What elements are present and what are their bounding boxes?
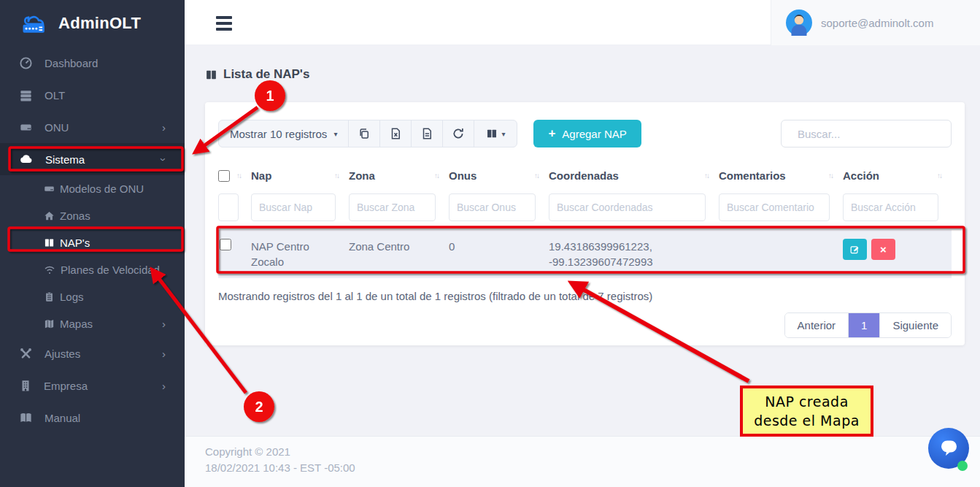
column-header-nap[interactable]: Nap — [251, 169, 271, 182]
cell-coordenadas: 19.43186399961223, -99.13239607472993 — [549, 230, 719, 278]
cloud-router-logo-icon — [19, 11, 51, 36]
sidebar-item-olt[interactable]: OLT — [0, 79, 185, 111]
pagination-next-button[interactable]: Siguiente — [880, 313, 951, 337]
select-all-checkbox[interactable] — [218, 170, 230, 182]
caret-down-icon: ▾ — [333, 130, 337, 138]
column-header-zona[interactable]: Zona — [349, 169, 375, 182]
table-tools-group: Mostrar 10 registros ▾ ▾ — [218, 120, 517, 147]
edit-row-button[interactable] — [843, 239, 867, 260]
pagination-page-1[interactable]: 1 — [848, 313, 880, 337]
sidebar-item-logs[interactable]: Logs — [0, 283, 185, 310]
sort-icon[interactable]: ↑↓ — [334, 172, 339, 180]
sidebar-item-ajustes[interactable]: Ajustes › — [0, 337, 185, 369]
pagination: Anterior 1 Siguiente — [218, 312, 952, 338]
sidebar: AdminOLT Dashboard OLT ONU › Sistema › M… — [0, 0, 185, 487]
sort-icon[interactable]: ↑↓ — [236, 172, 241, 180]
sidebar-item-label: ONU — [45, 121, 69, 134]
sidebar-item-zonas[interactable]: Zonas — [0, 202, 185, 229]
building-icon — [19, 379, 32, 392]
table-header-row: ↑↓ Nap↑↓ Zona↑↓ Onus↑↓ Coordenadas↑↓ Com… — [218, 164, 952, 189]
menu-toggle-icon[interactable] — [216, 16, 232, 34]
sidebar-item-label: Dashboard — [45, 57, 98, 69]
pagination-prev-button[interactable]: Anterior — [785, 313, 849, 337]
caret-down-icon: ▾ — [501, 130, 505, 138]
table-info: Mostrando registros del 1 al 1 de un tot… — [218, 290, 952, 302]
filter-accion-input[interactable] — [843, 193, 938, 221]
sidebar-item-naps[interactable]: NAP's — [0, 229, 185, 256]
copy-button[interactable] — [349, 120, 380, 147]
sidebar-item-label: Manual — [45, 412, 80, 424]
column-header-coordenadas[interactable]: Coordenadas — [549, 169, 619, 182]
user-email: soporte@adminolt.com — [821, 17, 933, 29]
device-icon — [44, 183, 55, 194]
sidebar-item-planes-de-velocidad[interactable]: Planes de Velocidad — [0, 256, 185, 283]
sidebar-item-sistema[interactable]: Sistema › — [0, 143, 185, 175]
home-icon — [44, 210, 55, 221]
device-icon — [19, 120, 33, 134]
refresh-button[interactable] — [443, 120, 474, 147]
topbar: soporte@adminolt.com — [185, 0, 980, 45]
export-excel-button[interactable] — [380, 120, 412, 147]
search-input[interactable] — [798, 128, 943, 140]
cell-onus: 0 — [449, 230, 549, 278]
map-icon — [44, 318, 55, 329]
sort-icon[interactable]: ↑↓ — [828, 172, 833, 180]
chevron-down-icon: › — [158, 158, 170, 161]
row-actions: × — [843, 239, 941, 260]
copy-icon — [358, 127, 371, 140]
sidebar-item-empresa[interactable]: Empresa › — [0, 369, 185, 402]
column-header-onus[interactable]: Onus — [449, 169, 477, 182]
brand-name: AdminOLT — [58, 14, 141, 33]
column-header-comentarios[interactable]: Comentarios — [719, 169, 786, 182]
sidebar-item-label: Planes de Velocidad — [61, 264, 160, 276]
tools-icon — [19, 347, 33, 361]
sidebar-item-label: Mapas — [60, 318, 93, 330]
add-nap-button[interactable]: + Agregar NAP — [533, 120, 641, 147]
copyright-text: Copyright © 2021 — [205, 444, 980, 460]
column-visibility-button[interactable]: ▾ — [474, 120, 517, 147]
avatar — [786, 9, 812, 36]
gauge-icon — [19, 56, 33, 70]
sidebar-item-label: Zonas — [60, 210, 90, 222]
naps-table-card: Mostrar 10 registros ▾ ▾ — [205, 102, 965, 345]
filter-comentario-input[interactable] — [719, 193, 830, 221]
filter-zona-input[interactable] — [349, 193, 436, 221]
export-file-button[interactable] — [412, 120, 443, 147]
show-entries-dropdown[interactable]: Mostrar 10 registros ▾ — [219, 120, 349, 147]
sidebar-item-label: NAP's — [60, 237, 90, 249]
sidebar-item-onu[interactable]: ONU › — [0, 111, 185, 143]
sidebar-item-mapas[interactable]: Mapas › — [0, 310, 185, 337]
edit-icon — [849, 244, 860, 255]
chevron-right-icon: › — [162, 121, 166, 134]
columns-icon — [205, 69, 217, 81]
sidebar-item-label: Empresa — [44, 380, 88, 392]
book-icon — [19, 411, 33, 425]
delete-icon: × — [880, 243, 887, 256]
wifi-icon — [44, 264, 55, 276]
filter-coordenadas-input[interactable] — [549, 193, 706, 221]
chat-widget-button[interactable] — [928, 428, 969, 469]
filter-nap-input[interactable] — [251, 193, 336, 221]
sort-icon[interactable]: ↑↓ — [704, 172, 709, 180]
columns-icon — [486, 128, 498, 139]
sort-icon[interactable]: ↑↓ — [534, 172, 539, 180]
column-header-accion[interactable]: Acción — [843, 169, 879, 182]
chevron-right-icon: › — [162, 348, 166, 360]
sidebar-item-modelos-de-onu[interactable]: Modelos de ONU — [0, 175, 185, 202]
brand-logo[interactable]: AdminOLT — [0, 0, 185, 47]
sidebar-item-dashboard[interactable]: Dashboard — [0, 47, 185, 79]
sidebar-item-label: Modelos de ONU — [60, 183, 144, 195]
table-filter-row — [218, 189, 952, 230]
table-row: NAP Centro Zocalo Zona Centro 0 19.43186… — [218, 230, 952, 278]
sort-icon[interactable]: ↑↓ — [937, 172, 941, 180]
sort-icon[interactable]: ↑↓ — [434, 172, 439, 180]
filter-checkbox-column[interactable] — [218, 193, 239, 221]
user-menu[interactable]: soporte@adminolt.com — [771, 0, 980, 45]
filter-onus-input[interactable] — [449, 193, 536, 221]
sidebar-item-manual[interactable]: Manual — [0, 402, 185, 434]
columns-icon — [44, 237, 55, 248]
chevron-right-icon: › — [162, 318, 166, 330]
delete-row-button[interactable]: × — [871, 239, 895, 260]
refresh-icon — [452, 127, 465, 140]
row-checkbox[interactable] — [220, 239, 231, 250]
